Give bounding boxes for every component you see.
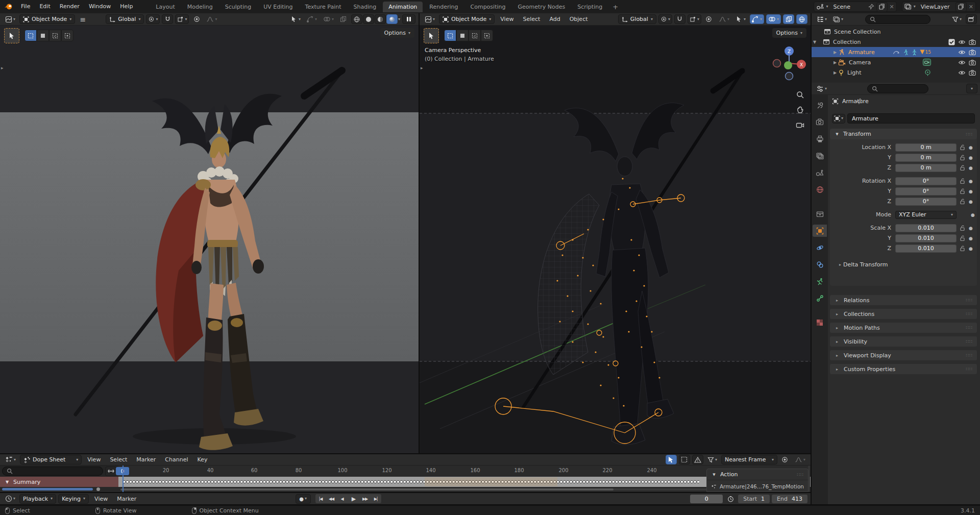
lock-icon[interactable] xyxy=(960,178,966,184)
value-input[interactable]: 0° xyxy=(895,187,957,195)
render-visibility-icon[interactable] xyxy=(969,39,976,45)
checkbox-icon[interactable] xyxy=(948,39,955,45)
dope-sheet-mode-selector[interactable]: Dope Sheet▾ xyxy=(20,455,82,464)
menu-help[interactable]: Help xyxy=(115,0,137,13)
value-input[interactable]: 0° xyxy=(895,198,957,206)
tab-modeling[interactable]: Modeling xyxy=(182,2,218,12)
shading-wireframe-icon[interactable] xyxy=(796,14,807,24)
menu-edit[interactable]: Edit xyxy=(35,0,55,13)
drag-handle-icon[interactable]: ∷∷ xyxy=(797,472,804,477)
pin-icon[interactable] xyxy=(868,4,874,10)
value-input[interactable]: 0.010 xyxy=(895,234,957,242)
gizmo-toggle-icon[interactable]: ▾ xyxy=(305,14,319,24)
lock-icon[interactable] xyxy=(960,245,966,252)
tab-uv-editing[interactable]: UV Editing xyxy=(258,2,298,12)
properties-search-input[interactable] xyxy=(867,84,928,93)
eye-icon[interactable] xyxy=(958,39,966,45)
drag-handle-icon[interactable]: ∷∷ xyxy=(966,339,973,344)
end-frame-input[interactable]: End413 xyxy=(772,495,807,503)
expand-icon[interactable]: ▶ xyxy=(832,70,838,75)
expand-icon[interactable]: ▶ xyxy=(832,50,838,55)
shading-wireframe-icon[interactable] xyxy=(351,14,362,24)
orientation-selector[interactable]: Global▾ xyxy=(618,14,656,24)
pivot-point-icon[interactable]: ▾ xyxy=(146,14,160,24)
animate-dot[interactable]: ● xyxy=(969,189,973,194)
animate-dot[interactable]: ● xyxy=(971,212,975,217)
eye-icon[interactable] xyxy=(958,50,966,55)
pivot-point-icon[interactable]: ▾ xyxy=(658,14,672,24)
select-mode-new[interactable] xyxy=(24,30,37,41)
proportional-falloff-icon[interactable]: ▾ xyxy=(717,14,731,24)
tab-bone[interactable] xyxy=(813,292,827,304)
tab-object-data-armature[interactable] xyxy=(813,275,827,287)
menu-channel[interactable]: Channel xyxy=(161,456,191,463)
animate-dot[interactable]: ● xyxy=(969,155,973,160)
lock-icon[interactable] xyxy=(960,164,966,171)
snap-mode-selector[interactable]: Nearest Frame▾ xyxy=(721,455,777,464)
auto-keying-record-button[interactable]: ●▾ xyxy=(296,494,311,504)
tab-texture-paint[interactable]: Texture Paint xyxy=(300,2,347,12)
tab-layout[interactable]: Layout xyxy=(150,2,180,12)
viewport-options-button[interactable]: Options▾ xyxy=(772,28,806,38)
channel-search-input[interactable] xyxy=(2,467,103,476)
only-selected-filter-icon[interactable] xyxy=(666,455,677,464)
animate-dot[interactable]: ● xyxy=(969,199,973,204)
orientation-selector[interactable]: Global▾ xyxy=(106,14,144,24)
outliner-search-input[interactable] xyxy=(865,15,930,24)
view-layer-name[interactable]: ViewLayer xyxy=(918,4,953,10)
start-frame-input[interactable]: Start1 xyxy=(738,495,770,503)
keying-menu[interactable]: Keying▾ xyxy=(58,494,89,504)
selectability-visibility-icon[interactable]: ▾ xyxy=(288,14,303,24)
xray-toggle-icon[interactable] xyxy=(338,14,349,24)
action-name-row[interactable]: Armature|246...76_TempMotion xyxy=(707,480,808,492)
navigation-gizmo[interactable]: Z X xyxy=(771,45,807,82)
viewport-right-canvas[interactable]: Camera Perspective (0) Collection | Arma… xyxy=(420,26,811,453)
expand-icon[interactable]: ▶ xyxy=(832,60,838,65)
tab-constraints[interactable] xyxy=(813,258,827,271)
menu-render[interactable]: Render xyxy=(55,0,84,13)
eye-icon[interactable] xyxy=(958,70,966,76)
snap-magnet-icon[interactable] xyxy=(674,14,685,24)
channel-scrollbar[interactable] xyxy=(2,488,93,491)
select-mode-subtract[interactable] xyxy=(49,30,61,41)
render-visibility-icon[interactable] xyxy=(969,70,976,76)
tab-render[interactable] xyxy=(813,116,827,128)
lock-icon[interactable] xyxy=(960,144,966,151)
tab-scene[interactable] xyxy=(813,166,827,179)
viewport-options-button[interactable]: Options▾ xyxy=(380,28,414,38)
overlays-toggle-icon[interactable]: ▾ xyxy=(766,14,781,24)
menu-marker[interactable]: Marker xyxy=(113,496,140,502)
shading-solid-icon[interactable] xyxy=(363,14,374,24)
gizmo-toggle-icon[interactable]: ▾ xyxy=(750,14,764,24)
playback-menu[interactable]: Playback▾ xyxy=(19,494,56,504)
menu-view[interactable]: View xyxy=(497,16,517,22)
value-input[interactable]: 0 m xyxy=(895,164,957,172)
pause-render-button[interactable] xyxy=(402,14,415,24)
menu-add[interactable]: Add xyxy=(546,16,564,22)
menu-object[interactable]: Object xyxy=(566,16,592,22)
active-tool-select-box[interactable] xyxy=(4,28,19,43)
value-input[interactable]: 0 m xyxy=(895,143,957,152)
tab-scripting[interactable]: Scripting xyxy=(572,2,608,12)
tab-shading[interactable]: Shading xyxy=(348,2,382,12)
panel-relations[interactable]: ▸Relations∷∷ xyxy=(830,295,977,305)
tab-rendering[interactable]: Rendering xyxy=(424,2,463,12)
shading-material-icon[interactable] xyxy=(375,14,386,24)
proportional-editing-icon[interactable] xyxy=(703,14,715,24)
tab-physics[interactable] xyxy=(813,241,827,254)
animate-dot[interactable]: ● xyxy=(969,145,973,150)
menu-file[interactable]: File xyxy=(16,0,35,13)
menu-view[interactable]: View xyxy=(91,496,111,502)
animate-dot[interactable]: ● xyxy=(969,165,973,170)
scene-icon[interactable] xyxy=(816,4,824,10)
lock-icon[interactable] xyxy=(960,198,966,205)
keyframe-scrollbar[interactable] xyxy=(120,488,805,491)
scene-name[interactable]: Scene xyxy=(830,4,866,10)
select-mode-subtract[interactable] xyxy=(469,30,481,41)
object-name-input[interactable]: Armature xyxy=(847,113,975,124)
play-button[interactable]: ▶ xyxy=(348,494,360,503)
eye-icon[interactable] xyxy=(958,60,966,65)
mode-selector[interactable]: Object Mode▾ xyxy=(439,14,495,24)
menu-window[interactable]: Window xyxy=(84,0,115,13)
proportional-editing-icon[interactable] xyxy=(779,455,791,464)
